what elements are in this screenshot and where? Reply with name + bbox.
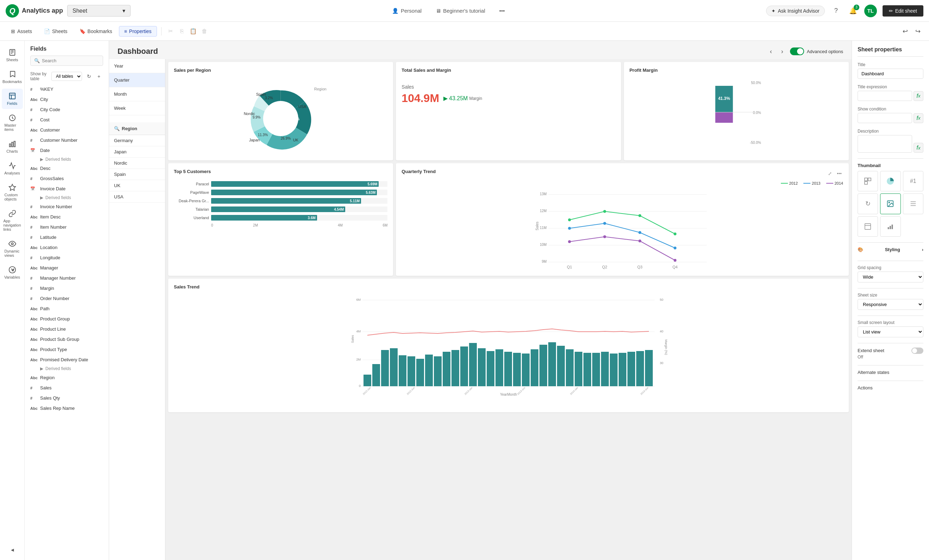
bookmarks-tab[interactable]: 🔖 Bookmarks xyxy=(74,26,118,37)
sheet-size-select[interactable]: Responsive xyxy=(858,299,923,310)
derived-fields-item[interactable]: ▶ Derived fields xyxy=(25,156,109,163)
field-item[interactable]: Abc Item Desc xyxy=(25,212,109,222)
sidebar-item-charts[interactable]: Charts xyxy=(2,136,23,157)
undo-button[interactable]: ↩ xyxy=(900,26,911,37)
thumbnail-pie-chart[interactable] xyxy=(880,171,900,191)
title-expr-input[interactable] xyxy=(858,91,912,101)
insight-advisor-button[interactable]: ✦ Ask Insight Advisor xyxy=(766,6,825,16)
search-input[interactable] xyxy=(42,58,99,63)
delete-button[interactable]: 🗑 xyxy=(199,26,209,36)
field-item[interactable]: Abc Product Line xyxy=(25,324,109,334)
thumbnail-hash[interactable]: #1 xyxy=(903,171,923,191)
field-item[interactable]: 📅 Date xyxy=(25,145,109,156)
expression-editor-button[interactable]: fx xyxy=(914,91,923,101)
field-item[interactable]: Abc Product Group xyxy=(25,314,109,324)
field-item[interactable]: # Customer Number xyxy=(25,135,109,145)
help-button[interactable]: ? xyxy=(831,5,842,17)
field-item[interactable]: # Longitude xyxy=(25,252,109,263)
derived-fields-item[interactable]: ▶ Derived fields xyxy=(25,365,109,372)
sidebar-collapse-button[interactable]: ◀ xyxy=(2,544,23,556)
field-item[interactable]: Abc Path xyxy=(25,304,109,314)
field-item[interactable]: # Manager Number xyxy=(25,273,109,283)
field-item[interactable]: Abc Desc xyxy=(25,163,109,173)
assets-button[interactable]: ⊞ Assets xyxy=(6,26,37,37)
thumbnail-bar-chart[interactable] xyxy=(880,216,900,237)
sidebar-item-fields[interactable]: Fields xyxy=(2,89,23,109)
grid-spacing-select[interactable]: Wide xyxy=(858,272,923,283)
small-screen-select[interactable]: List view xyxy=(858,326,923,337)
filter-germany[interactable]: Germany xyxy=(109,135,165,146)
sidebar-item-dynamic-views[interactable]: Dynamic views xyxy=(2,236,23,261)
filter-week[interactable]: Week xyxy=(109,101,165,115)
field-item[interactable]: Abc Product Sub Group xyxy=(25,334,109,344)
field-item[interactable]: Abc Sales Rep Name xyxy=(25,403,109,413)
advanced-options-toggle[interactable]: Advanced options xyxy=(790,47,843,55)
filter-nordic[interactable]: Nordic xyxy=(109,158,165,169)
more-options-button[interactable]: ••• xyxy=(497,6,508,15)
field-item[interactable]: Abc City xyxy=(25,94,109,104)
field-item[interactable]: Abc Promised Delivery Date xyxy=(25,355,109,365)
field-item[interactable]: Abc Manager xyxy=(25,263,109,273)
desc-expr-button[interactable]: fx xyxy=(914,143,923,153)
thumbnail-layout2[interactable] xyxy=(903,193,923,214)
add-field-button[interactable]: + xyxy=(95,72,103,81)
field-item[interactable]: 📅 Invoice Date xyxy=(25,184,109,194)
show-cond-expr-button[interactable]: fx xyxy=(914,113,923,123)
redo-button[interactable]: ↪ xyxy=(912,26,923,37)
cut-button[interactable]: ✂ xyxy=(166,26,176,36)
field-item[interactable]: # Invoice Number xyxy=(25,202,109,212)
sidebar-item-master-items[interactable]: Master items xyxy=(2,110,23,135)
filter-spain[interactable]: Spain xyxy=(109,169,165,180)
sidebar-item-analyses[interactable]: Analyses xyxy=(2,158,23,179)
filter-month[interactable]: Month xyxy=(109,87,165,101)
thumbnail-image-upload[interactable] xyxy=(880,193,900,214)
sidebar-item-app-nav[interactable]: App navigation links xyxy=(2,206,23,235)
sidebar-item-custom-objects[interactable]: Custom objects xyxy=(2,180,23,205)
sheet-selector[interactable]: Sheet ▾ xyxy=(67,5,130,17)
thumbnail-empty1[interactable] xyxy=(858,216,878,237)
paste-button[interactable]: 📋 xyxy=(188,26,198,36)
field-item[interactable]: Abc Location xyxy=(25,242,109,252)
next-sheet-button[interactable]: › xyxy=(777,46,787,56)
expand-chart-button[interactable]: ⤢ xyxy=(826,170,834,177)
field-item[interactable]: # Item Number xyxy=(25,222,109,232)
field-item[interactable]: # %KEY xyxy=(25,84,109,94)
filter-uk[interactable]: UK xyxy=(109,180,165,191)
extend-sheet-toggle[interactable] xyxy=(911,347,923,354)
field-item[interactable]: # City Code xyxy=(25,104,109,115)
properties-tab[interactable]: ≡ Properties xyxy=(119,26,157,37)
actions-link[interactable]: Actions xyxy=(858,385,923,390)
sidebar-item-bookmarks[interactable]: Bookmarks xyxy=(2,67,23,87)
advanced-toggle-switch[interactable] xyxy=(790,47,804,55)
filter-japan[interactable]: Japan xyxy=(109,146,165,158)
field-item[interactable]: # Latitude xyxy=(25,232,109,242)
filter-year[interactable]: Year xyxy=(109,59,165,73)
title-input[interactable] xyxy=(858,69,923,79)
field-item[interactable]: # Cost xyxy=(25,115,109,125)
field-item[interactable]: # Sales Qty xyxy=(25,393,109,403)
filter-usa[interactable]: USA xyxy=(109,191,165,203)
user-avatar[interactable]: TL xyxy=(864,5,877,17)
prev-sheet-button[interactable]: ‹ xyxy=(766,46,776,56)
personal-button[interactable]: 👤 Personal xyxy=(389,6,425,15)
field-item[interactable]: # GrossSales xyxy=(25,173,109,184)
alternate-states-link[interactable]: Alternate states xyxy=(858,370,923,375)
sidebar-item-sheets[interactable]: Sheets xyxy=(2,45,23,66)
thumbnail-refresh[interactable]: ↻ xyxy=(858,193,878,214)
sheets-tab[interactable]: 📄 Sheets xyxy=(39,26,73,37)
field-item[interactable]: # Order Number xyxy=(25,293,109,304)
filter-quarter[interactable]: Quarter xyxy=(109,73,165,87)
search-box[interactable]: 🔍 xyxy=(30,55,103,66)
thumbnail-layout-icon[interactable] xyxy=(858,171,878,191)
notifications-button[interactable]: 🔔 3 xyxy=(847,5,858,17)
field-item[interactable]: # Margin xyxy=(25,283,109,293)
more-options-button[interactable]: ••• xyxy=(835,170,843,177)
tutorial-button[interactable]: 🖥 Beginner's tutorial xyxy=(433,6,488,15)
table-select[interactable]: All tables xyxy=(51,72,82,81)
show-cond-input[interactable] xyxy=(858,113,912,123)
field-item[interactable]: # Sales xyxy=(25,383,109,393)
field-item[interactable]: Abc Region xyxy=(25,372,109,383)
field-item[interactable]: Abc Customer xyxy=(25,125,109,135)
refresh-button[interactable]: ↻ xyxy=(85,72,93,81)
copy-button[interactable]: ⎘ xyxy=(177,26,187,36)
